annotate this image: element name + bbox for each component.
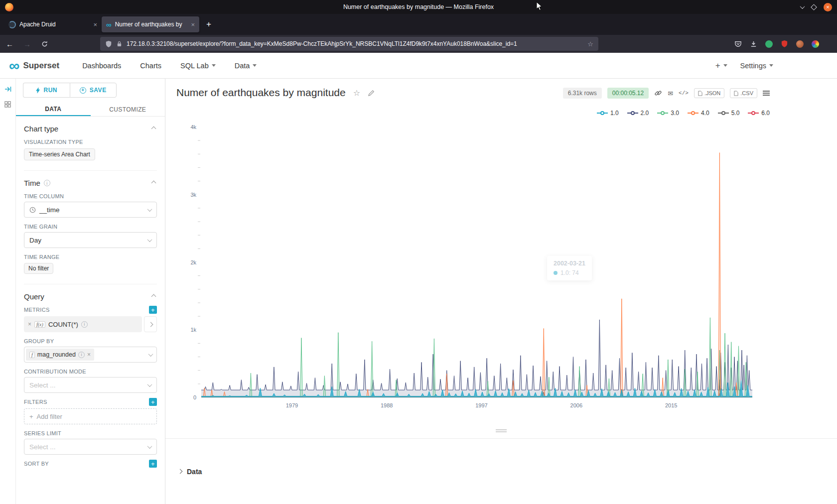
viz-type-chip[interactable]: Time-series Area Chart [24,148,95,160]
svg-text:4k: 4k [190,124,196,130]
timeseries-area-chart[interactable]: 01k2k3k4k19791988199720062015 [165,122,773,411]
email-share-button[interactable]: ✉ [668,90,673,97]
superset-brand[interactable]: Superset [23,61,59,71]
settings-menu[interactable]: Settings [740,62,773,70]
lock-icon[interactable] [116,40,123,47]
window-shade-icon[interactable] [800,4,805,9]
contribution-mode-select[interactable]: Select ... [24,377,157,393]
druid-favicon [8,21,16,28]
bookmark-star-icon[interactable]: ☆ [587,40,593,48]
forward-button[interactable]: → [23,40,31,48]
chevron-right-icon [148,322,153,327]
info-icon: i [81,321,88,328]
download-json-button[interactable]: .JSON [694,88,724,98]
plus-icon: + [29,413,33,420]
download-csv-button[interactable]: .CSV [730,88,757,98]
chart-legend: 1.0 2.0 3.0 4.0 5.0 6.0 [597,110,770,117]
legend-item[interactable]: 5.0 [718,110,740,117]
caret-down-icon [253,64,257,67]
remove-groupby-icon[interactable]: × [87,351,91,358]
ublock-shield-icon[interactable] [781,40,788,48]
legend-item[interactable]: 3.0 [657,110,679,117]
extension-icon[interactable] [796,40,804,48]
viz-type-label: VISUALIZATION TYPE [24,139,157,145]
extension-icon[interactable] [812,40,819,48]
legend-marker-icon [657,111,668,116]
time-column-select[interactable]: __time [24,202,157,218]
tab-customize[interactable]: CUSTOMIZE [91,103,165,116]
chevron-right-icon [178,469,183,474]
tab-superset-explore[interactable]: ∞ Numer of earthquakes by × [102,16,199,32]
info-icon: i [44,180,50,186]
tab-close-icon[interactable]: × [93,21,97,28]
downloads-icon[interactable] [750,40,757,48]
section-chart-type-header[interactable]: Chart type [24,117,157,133]
file-icon [698,91,702,96]
group-by-select[interactable]: f mag_rounded i × [24,347,157,363]
nav-charts[interactable]: Charts [140,62,161,70]
url-bar[interactable]: 172.18.0.3:32108/superset/explore/?form_… [100,37,598,51]
mouse-cursor [536,1,543,11]
expand-datasource-panel-icon[interactable] [4,85,12,93]
legend-item[interactable]: 6.0 [748,110,770,117]
groupby-chip[interactable]: f mag_rounded i × [26,349,94,361]
legend-item[interactable]: 4.0 [688,110,709,117]
svg-text:1k: 1k [190,327,196,333]
back-button[interactable]: ← [6,40,13,48]
metric-chip[interactable]: × f(x) COUNT(*) i [24,316,142,332]
add-filter-plus-button[interactable]: + [149,398,157,406]
add-metric-button[interactable]: + [149,306,157,314]
tracking-protection-shield-icon[interactable] [105,40,112,48]
tab-data[interactable]: DATA [16,103,91,116]
nav-sql-lab[interactable]: SQL Lab [180,62,216,70]
superset-logo-icon[interactable]: ∞ [9,60,19,71]
legend-item[interactable]: 2.0 [627,110,649,117]
time-range-chip[interactable]: No filter [24,263,53,274]
window-maximize-icon[interactable] [811,4,817,10]
section-query-header[interactable]: Query [24,284,157,301]
chart-menu-button[interactable] [763,91,770,96]
pocket-icon[interactable] [734,40,742,48]
remove-metric-icon[interactable]: × [28,321,31,328]
extension-icon[interactable] [765,40,773,48]
reload-button[interactable] [41,40,48,48]
function-badge: f(x) [34,321,45,328]
run-button[interactable]: RUN [23,83,70,98]
resize-handle[interactable] [165,429,837,432]
data-panel[interactable]: Data [165,438,837,504]
save-button[interactable]: + SAVE [70,83,117,98]
series-limit-select[interactable]: Select ... [24,439,157,455]
section-chart-type: Chart type VISUALIZATION TYPE Time-serie… [24,117,157,171]
dataset-grid-icon[interactable] [4,101,11,108]
metric-expand-button[interactable] [144,316,157,332]
query-timer-badge: 00:00:05.12 [607,88,649,99]
firefox-logo-icon [5,3,13,11]
add-filter-button[interactable]: + Add filter [24,408,157,424]
new-tab-button[interactable]: + [201,17,216,32]
time-grain-select[interactable]: Day [24,232,157,248]
groupby-label: GROUP BY [24,338,157,344]
add-sort-by-button[interactable]: + [149,460,157,468]
embed-code-button[interactable]: </> [679,90,689,96]
legend-item[interactable]: 1.0 [597,110,619,117]
row-count-badge: 6.31k rows [563,88,602,99]
new-item-menu[interactable]: + [715,61,727,71]
url-text[interactable]: 172.18.0.3:32108/superset/explore/?form_… [127,40,583,47]
series-limit-label: SERIES LIMIT [24,430,157,436]
bolt-icon [36,87,40,94]
edit-title-icon[interactable] [368,89,375,97]
copy-link-button[interactable] [654,89,662,97]
control-panel: RUN + SAVE DATA CUSTOMIZE Chart type VIS… [16,79,165,504]
svg-text:1979: 1979 [286,402,298,408]
metrics-label: METRICS [24,307,50,313]
favorite-star-icon[interactable]: ☆ [353,88,360,98]
tab-apache-druid[interactable]: Apache Druid × [4,16,102,32]
legend-marker-icon [597,111,608,116]
window-close-button[interactable]: × [824,3,832,11]
section-time-header[interactable]: Time i [24,171,157,187]
svg-text:3k: 3k [190,192,196,198]
nav-dashboards[interactable]: Dashboards [82,62,121,70]
left-rail [0,79,16,504]
tab-close-icon[interactable]: × [191,21,195,28]
nav-data[interactable]: Data [235,62,257,70]
